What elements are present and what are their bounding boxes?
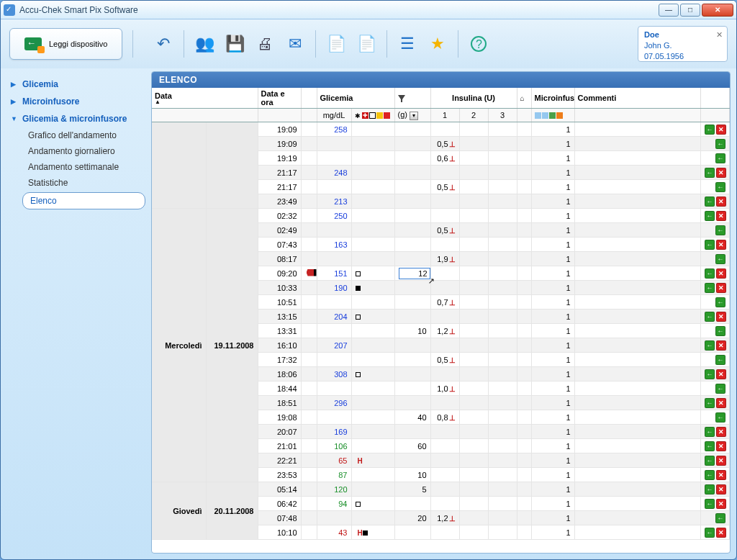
- action-back-button[interactable]: ←: [705, 268, 715, 279]
- action-back-button[interactable]: ←: [715, 139, 725, 149]
- action-delete-button[interactable]: ✕: [716, 528, 726, 538]
- carbs-cell[interactable]: [394, 166, 430, 180]
- action-delete-button[interactable]: ✕: [716, 197, 726, 207]
- patient-close-icon[interactable]: ✕: [716, 30, 723, 40]
- action-back-button[interactable]: ←: [715, 225, 725, 235]
- carbs-cell[interactable]: [394, 453, 430, 468]
- col-glicemia[interactable]: Glicemia: [317, 88, 394, 109]
- carbs-cell[interactable]: [394, 223, 430, 238]
- import-button[interactable]: 📄: [353, 31, 379, 57]
- help-button[interactable]: ?: [466, 31, 492, 57]
- action-back-button[interactable]: ←: [705, 528, 715, 538]
- col-carbs[interactable]: [394, 88, 430, 109]
- carbs-cell[interactable]: 10: [394, 324, 430, 338]
- carbs-cell[interactable]: [394, 180, 430, 194]
- carbs-cell[interactable]: [394, 295, 430, 310]
- action-back-button[interactable]: ←: [715, 182, 725, 192]
- carbs-cell[interactable]: [394, 137, 430, 151]
- carbs-cell[interactable]: [394, 209, 430, 223]
- action-back-button[interactable]: ←: [705, 427, 715, 437]
- action-back-button[interactable]: ←: [705, 197, 715, 207]
- action-back-button[interactable]: ←: [705, 125, 715, 135]
- sub-ins2[interactable]: 2: [459, 109, 488, 122]
- action-back-button[interactable]: ←: [705, 456, 715, 466]
- carbs-cell[interactable]: [394, 396, 430, 410]
- action-back-button[interactable]: ←: [705, 398, 715, 408]
- action-delete-button[interactable]: ✕: [716, 240, 726, 250]
- action-delete-button[interactable]: ✕: [716, 340, 726, 351]
- list-view-button[interactable]: ☰: [394, 31, 420, 57]
- action-delete-button[interactable]: ✕: [716, 470, 726, 480]
- nav-microinfusore[interactable]: Microinfusore: [6, 93, 148, 110]
- export-button[interactable]: 📄: [323, 31, 349, 57]
- col-insulin[interactable]: Insulina (U): [430, 88, 517, 109]
- col-commenti[interactable]: Commenti: [574, 88, 700, 109]
- nav-sub-list[interactable]: Elenco: [22, 192, 145, 209]
- read-device-button[interactable]: Leggi dispositivo: [9, 28, 122, 60]
- carbs-cell[interactable]: 60: [394, 439, 430, 453]
- action-back-button[interactable]: ←: [715, 326, 725, 336]
- undo-button[interactable]: ↶: [150, 31, 176, 57]
- col-dataora[interactable]: Data e ora: [258, 88, 301, 109]
- carbs-cell[interactable]: [394, 338, 430, 353]
- action-delete-button[interactable]: ✕: [716, 168, 726, 178]
- print-button[interactable]: 🖨: [252, 31, 278, 57]
- carbs-cell[interactable]: [394, 281, 430, 295]
- col-micro[interactable]: Microinfus: [531, 88, 574, 109]
- carbs-cell[interactable]: [394, 194, 430, 209]
- carbs-input[interactable]: [399, 268, 430, 279]
- action-back-button[interactable]: ←: [705, 312, 715, 322]
- carbs-cell[interactable]: [394, 425, 430, 439]
- data-grid[interactable]: Data▲ Data e ora Glicemia Insulina (U) ⌂…: [152, 88, 730, 553]
- carbs-cell[interactable]: [394, 252, 430, 266]
- sub-ins3[interactable]: 3: [488, 109, 517, 122]
- action-back-button[interactable]: ←: [715, 384, 725, 394]
- action-back-button[interactable]: ←: [705, 499, 715, 509]
- action-back-button[interactable]: ←: [705, 283, 715, 293]
- nav-sub-trend[interactable]: Grafico dell'andamento: [6, 127, 148, 143]
- nav-sub-stats[interactable]: Statistiche: [6, 175, 148, 191]
- action-delete-button[interactable]: ✕: [716, 441, 726, 451]
- action-back-button[interactable]: ←: [705, 340, 715, 351]
- carbs-cell[interactable]: [394, 367, 430, 381]
- carbs-cell[interactable]: 40: [394, 410, 430, 425]
- action-delete-button[interactable]: ✕: [716, 369, 726, 379]
- action-back-button[interactable]: ←: [705, 211, 715, 221]
- action-back-button[interactable]: ←: [715, 513, 725, 523]
- carbs-cell[interactable]: [394, 497, 430, 511]
- nav-sub-weekly[interactable]: Andamento settimanale: [6, 159, 148, 175]
- sub-ins1[interactable]: 1: [430, 109, 459, 122]
- carbs-cell[interactable]: [394, 238, 430, 252]
- dropdown-icon[interactable]: ▾: [410, 112, 418, 120]
- col-data[interactable]: Data▲: [152, 88, 258, 109]
- action-delete-button[interactable]: ✕: [716, 484, 726, 494]
- nav-combo[interactable]: Glicemia & microinfusore: [6, 110, 148, 127]
- action-back-button[interactable]: ←: [705, 240, 715, 250]
- carbs-cell[interactable]: 10: [394, 468, 430, 482]
- close-button[interactable]: [702, 4, 733, 17]
- maximize-button[interactable]: □: [680, 4, 700, 17]
- action-back-button[interactable]: ←: [715, 297, 725, 307]
- action-back-button[interactable]: ←: [705, 369, 715, 379]
- carbs-cell[interactable]: [394, 381, 430, 396]
- minimize-button[interactable]: —: [659, 4, 679, 17]
- action-back-button[interactable]: ←: [715, 254, 725, 264]
- email-button[interactable]: ✉: [282, 31, 308, 57]
- users-button[interactable]: 👥: [191, 31, 217, 57]
- table-row[interactable]: 19:092581←✕: [152, 122, 730, 137]
- action-delete-button[interactable]: ✕: [716, 427, 726, 437]
- nav-sub-daily[interactable]: Andamento giornaliero: [6, 143, 148, 159]
- action-back-button[interactable]: ←: [705, 441, 715, 451]
- save-button[interactable]: 💾: [222, 31, 248, 57]
- table-row[interactable]: Giovedì20.11.200805:1412051←✕: [152, 482, 730, 497]
- action-back-button[interactable]: ←: [705, 484, 715, 494]
- action-delete-button[interactable]: ✕: [716, 283, 726, 293]
- action-back-button[interactable]: ←: [715, 153, 725, 163]
- action-back-button[interactable]: ←: [705, 470, 715, 480]
- action-delete-button[interactable]: ✕: [716, 398, 726, 408]
- action-delete-button[interactable]: ✕: [716, 499, 726, 509]
- carbs-cell[interactable]: ↖: [394, 266, 430, 281]
- action-back-button[interactable]: ←: [715, 355, 725, 365]
- action-delete-button[interactable]: ✕: [716, 211, 726, 221]
- carbs-cell[interactable]: [394, 310, 430, 324]
